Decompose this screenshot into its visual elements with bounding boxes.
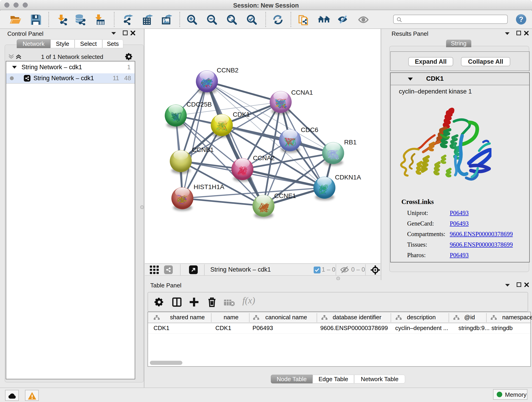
svg-text:?: ? bbox=[519, 15, 523, 23]
svg-text:CDC25B: CDC25B bbox=[186, 101, 212, 108]
svg-text:RB1: RB1 bbox=[344, 139, 356, 146]
svg-text:CCNB1: CCNB1 bbox=[192, 146, 214, 153]
svg-text:CCNA1: CCNA1 bbox=[291, 89, 313, 96]
svg-text:HIST1H1A: HIST1H1A bbox=[194, 183, 224, 191]
svg-text:CCNE1: CCNE1 bbox=[274, 192, 296, 199]
svg-text:CDKN1A: CDKN1A bbox=[335, 174, 361, 181]
svg-text:CDC6: CDC6 bbox=[301, 126, 318, 133]
svg-text:CDK1: CDK1 bbox=[233, 111, 250, 118]
svg-text:CCNB2: CCNB2 bbox=[217, 67, 239, 74]
svg-text:CCNA2: CCNA2 bbox=[253, 154, 275, 162]
